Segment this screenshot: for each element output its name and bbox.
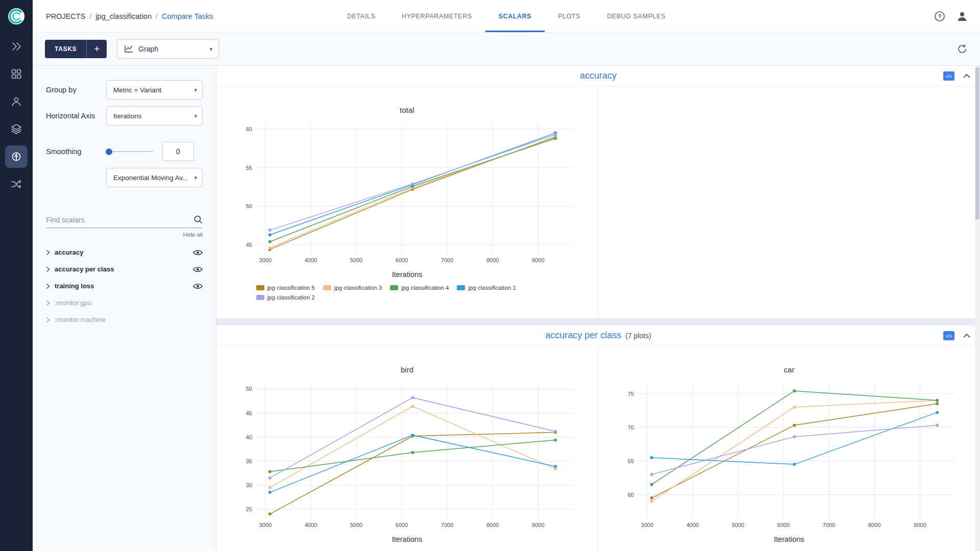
svg-text:3000: 3000: [641, 522, 653, 528]
scalar-label: :monitor:gpu: [55, 299, 91, 307]
view-type-dropdown[interactable]: Graph ▾: [117, 39, 219, 59]
smoothing-slider[interactable]: [106, 151, 153, 152]
svg-text:6000: 6000: [777, 522, 790, 528]
projects-icon[interactable]: [5, 63, 28, 85]
vertical-scrollbar[interactable]: [975, 66, 980, 551]
scalar-row-accuracy-per-class[interactable]: accuracy per class: [46, 261, 203, 278]
embed-code-icon[interactable]: </>: [943, 71, 954, 81]
add-task-button[interactable]: +: [86, 40, 107, 58]
chevron-right-icon: [46, 300, 50, 306]
legend-label: jpg classification 5: [267, 285, 315, 291]
user-avatar[interactable]: [955, 10, 969, 23]
embed-code-icon[interactable]: </>: [943, 331, 954, 340]
experiments-icon[interactable]: [5, 145, 28, 168]
eye-icon[interactable]: [193, 283, 203, 289]
svg-text:4000: 4000: [304, 257, 316, 263]
legend-label: jpg classification 4: [401, 285, 449, 291]
graph-icon: [124, 45, 133, 53]
tab-plots[interactable]: PLOTS: [545, 0, 594, 32]
chart-title: bird: [401, 365, 413, 374]
tab-bar: DETAILS HYPERPARAMETERS SCALARS PLOTS DE…: [334, 0, 679, 32]
chevron-down-icon: ▾: [210, 46, 213, 53]
help-icon[interactable]: ?: [934, 11, 945, 22]
collapse-section-icon[interactable]: [963, 73, 971, 79]
chevron-right-icon: [46, 283, 50, 289]
section-accuracy-per-class: accuracy per class (7 plots) </>: [216, 325, 980, 551]
section-accuracy: accuracy </> total 30004000: [216, 66, 980, 318]
svg-text:5000: 5000: [350, 522, 362, 528]
svg-text:60: 60: [628, 492, 634, 498]
line-chart-total[interactable]: 300040005000600070008000900045505560: [234, 119, 581, 269]
breadcrumb-project[interactable]: jpg_classification: [95, 12, 152, 20]
svg-text:8000: 8000: [868, 522, 880, 528]
svg-text:4000: 4000: [687, 522, 699, 528]
auto-refresh-icon[interactable]: [957, 43, 968, 55]
section-title: accuracy per class: [545, 330, 621, 341]
chart-cell-empty: [598, 86, 980, 318]
datasets-icon[interactable]: [5, 118, 28, 140]
legend-item[interactable]: jpg classification 5: [256, 285, 315, 291]
svg-text:25: 25: [246, 506, 252, 512]
legend-swatch: [323, 285, 331, 290]
pipelines-icon[interactable]: [5, 173, 28, 195]
scalar-label: accuracy: [55, 248, 83, 256]
section-accuracy-per-class-header: accuracy per class (7 plots) </>: [216, 325, 980, 346]
chevron-right-icon: [46, 249, 50, 256]
chart-title: total: [400, 106, 414, 114]
group-by-dropdown[interactable]: Metric + Variant ▾: [106, 80, 203, 99]
eye-icon[interactable]: [193, 249, 203, 256]
legend-item[interactable]: jpg classification 3: [323, 285, 382, 291]
toolbar: TASKS + Graph ▾: [33, 33, 980, 66]
tab-details[interactable]: DETAILS: [334, 0, 388, 32]
svg-text:35: 35: [246, 458, 252, 464]
legend-item[interactable]: jpg classification 4: [390, 285, 449, 291]
legend-item[interactable]: jpg classification 1: [457, 285, 516, 291]
svg-text:7000: 7000: [823, 522, 835, 528]
line-chart-car[interactable]: 300040005000600070008000900060657075: [616, 379, 963, 534]
svg-text:6000: 6000: [395, 522, 407, 528]
tasks-button[interactable]: TASKS: [45, 40, 86, 58]
svg-text:70: 70: [628, 424, 634, 431]
svg-text:8000: 8000: [486, 522, 498, 528]
scalar-row-accuracy[interactable]: accuracy: [46, 244, 203, 261]
workers-icon[interactable]: [5, 90, 28, 113]
breadcrumb-separator: /: [156, 12, 158, 20]
scalar-label: :monitor:machine: [55, 316, 106, 323]
tab-hyperparameters[interactable]: HYPERPARAMETERS: [388, 0, 485, 32]
svg-text:4000: 4000: [304, 522, 316, 528]
tab-scalars[interactable]: SCALARS: [485, 0, 545, 32]
clearml-logo[interactable]: [0, 0, 33, 33]
breadcrumb-projects[interactable]: PROJECTS: [46, 12, 85, 20]
horizontal-axis-dropdown[interactable]: Iterations ▾: [106, 106, 203, 126]
legend-item[interactable]: jpg classification 2: [256, 294, 315, 300]
scalar-row-monitor-machine[interactable]: :monitor:machine: [46, 311, 203, 328]
collapse-section-icon[interactable]: [963, 333, 971, 338]
left-nav-rail: [0, 0, 33, 551]
chart-legend: jpg classification 5jpg classification 3…: [234, 285, 581, 300]
scalar-row-monitor-gpu[interactable]: :monitor:gpu: [46, 294, 203, 311]
smoothing-type-value: Exponential Moving Av...: [113, 174, 188, 182]
svg-text:50: 50: [246, 386, 252, 392]
scalar-row-training-loss[interactable]: training loss: [46, 278, 203, 294]
hide-all-link[interactable]: Hide all: [46, 232, 203, 238]
tab-debug-samples[interactable]: DEBUG SAMPLES: [594, 0, 679, 32]
smoothing-type-dropdown[interactable]: Exponential Moving Av... ▾: [106, 168, 203, 187]
search-icon[interactable]: [193, 215, 203, 226]
section-accuracy-header: accuracy </>: [216, 66, 980, 86]
view-type-value: Graph: [138, 45, 158, 53]
legend-label: jpg classification 1: [468, 285, 516, 291]
chart-cell-bird: bird 30004000500060007000800090002530354…: [216, 346, 598, 551]
svg-text:</>: </>: [946, 333, 952, 338]
scalar-label: training loss: [55, 282, 94, 290]
svg-text:8000: 8000: [486, 257, 498, 263]
scalar-label: accuracy per class: [55, 265, 114, 273]
smoothing-slider-knob[interactable]: [106, 148, 112, 155]
group-by-value: Metric + Variant: [113, 86, 161, 94]
getting-started-icon[interactable]: [5, 35, 28, 58]
find-scalars-input[interactable]: [46, 212, 203, 228]
smoothing-value-input[interactable]: [162, 142, 194, 161]
line-chart-bird[interactable]: 3000400050006000700080009000253035404550: [234, 379, 581, 534]
legend-label: jpg classification 2: [267, 294, 315, 300]
scrollbar-thumb[interactable]: [975, 67, 979, 220]
eye-icon[interactable]: [193, 266, 203, 272]
